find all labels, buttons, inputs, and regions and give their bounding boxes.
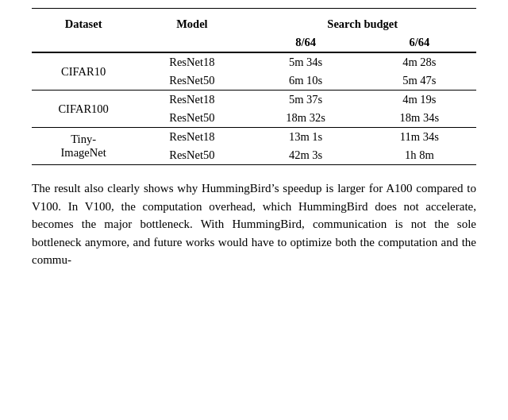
sub-header-row: 8/64 6/64 (32, 33, 476, 52)
dataset-cifar100: CIFAR100 (32, 91, 135, 128)
model-resnet50-3: ResNet50 (135, 146, 248, 165)
model-resnet18: ResNet18 (135, 53, 248, 72)
col-header-budget-sub2: 6/64 (363, 33, 476, 52)
cifar100-resnet18-b1: 5m 37s (248, 91, 362, 110)
dataset-tiny-imagenet: Tiny-ImageNet (32, 128, 135, 165)
cifar100-resnet50-b2: 18m 34s (363, 109, 476, 128)
model-resnet50: ResNet50 (135, 71, 248, 91)
model-resnet18-3: ResNet18 (135, 128, 248, 147)
data-table: Dataset Model Search budget 8/64 6/64 CI… (32, 8, 476, 165)
cifar10-resnet18-b2: 4m 28s (363, 53, 476, 72)
col-header-budget-main: Search budget (248, 15, 476, 33)
col-header-model: Model (135, 15, 248, 33)
cifar10-resnet50-b1: 6m 10s (248, 71, 362, 91)
col-header-budget-sub1: 8/64 (248, 33, 362, 52)
tiny-resnet50-b1: 42m 3s (248, 146, 362, 165)
model-resnet50-2: ResNet50 (135, 109, 248, 128)
cifar100-resnet50-b1: 18m 32s (248, 109, 362, 128)
dataset-cifar10: CIFAR10 (32, 53, 135, 91)
table-row: CIFAR100 ResNet18 5m 37s 4m 19s (32, 91, 476, 110)
tiny-resnet50-b2: 1h 8m (363, 146, 476, 165)
tiny-resnet18-b1: 13m 1s (248, 128, 362, 147)
tiny-resnet18-b2: 11m 34s (363, 128, 476, 147)
table-row: Tiny-ImageNet ResNet18 13m 1s 11m 34s (32, 128, 476, 147)
cifar10-resnet18-b1: 5m 34s (248, 53, 362, 72)
body-paragraph: The result also clearly shows why Hummin… (32, 179, 476, 269)
model-resnet18-2: ResNet18 (135, 91, 248, 110)
col-header-dataset: Dataset (32, 15, 135, 33)
cifar100-resnet18-b2: 4m 19s (363, 91, 476, 110)
table-row: CIFAR10 ResNet18 5m 34s 4m 28s (32, 53, 476, 72)
cifar10-resnet50-b2: 5m 47s (363, 71, 476, 91)
header-row: Dataset Model Search budget (32, 15, 476, 33)
